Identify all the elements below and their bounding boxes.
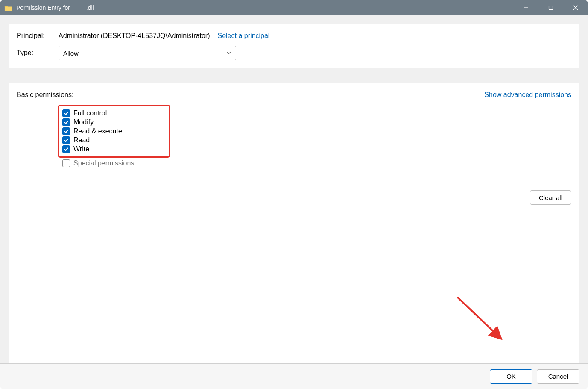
- window-controls: [514, 0, 588, 15]
- checkbox-label: Special permissions: [73, 159, 134, 167]
- checkbox-label: Full control: [73, 109, 107, 117]
- checkbox-empty-icon: [62, 159, 70, 167]
- type-row: Type: Allow: [17, 46, 571, 60]
- type-label: Type:: [17, 49, 59, 57]
- checkbox-modify[interactable]: Modify: [62, 118, 122, 126]
- principal-panel: Principal: Administrator (DESKTOP-4L537J…: [9, 24, 579, 68]
- content-area: Principal: Administrator (DESKTOP-4L537J…: [0, 15, 588, 363]
- select-principal-link[interactable]: Select a principal: [217, 32, 269, 40]
- cancel-button[interactable]: Cancel: [537, 369, 579, 384]
- check-icon: [62, 118, 70, 126]
- checkbox-label: Write: [73, 145, 89, 153]
- checkbox-read-execute[interactable]: Read & execute: [62, 127, 122, 135]
- type-select[interactable]: Allow: [59, 46, 236, 60]
- check-icon: [62, 127, 70, 135]
- title-filename: .dll: [86, 4, 94, 11]
- check-icon: [62, 136, 70, 144]
- clear-all-button[interactable]: Clear all: [530, 190, 571, 205]
- close-button[interactable]: [563, 0, 588, 15]
- maximize-button[interactable]: [538, 0, 563, 15]
- checkbox-label: Read: [73, 136, 90, 144]
- titlebar: Permission Entry for .dll: [0, 0, 588, 15]
- svg-line-4: [457, 297, 500, 338]
- principal-label: Principal:: [17, 32, 59, 40]
- permissions-checkbox-group: Full control Modify Read & execute Read …: [58, 105, 170, 168]
- checkbox-read[interactable]: Read: [62, 136, 122, 144]
- permissions-panel: Basic permissions: Show advanced permiss…: [9, 83, 579, 363]
- chevron-down-icon: [226, 50, 231, 57]
- folder-icon: [4, 5, 12, 11]
- basic-permissions-label: Basic permissions:: [17, 91, 73, 99]
- type-select-value: Allow: [63, 50, 79, 57]
- annotation-highlight-box: Full control Modify Read & execute Read …: [58, 105, 170, 158]
- principal-value: Administrator (DESKTOP-4L537JQ\Administr…: [59, 32, 210, 40]
- title-prefix: Permission Entry for: [16, 4, 70, 11]
- check-icon: [62, 109, 70, 117]
- dialog-footer: OK Cancel: [0, 363, 588, 389]
- svg-rect-1: [549, 6, 553, 10]
- principal-row: Principal: Administrator (DESKTOP-4L537J…: [17, 32, 571, 40]
- show-advanced-permissions-link[interactable]: Show advanced permissions: [484, 91, 571, 99]
- checkbox-label: Read & execute: [73, 127, 122, 135]
- checkbox-label: Modify: [73, 118, 94, 126]
- minimize-button[interactable]: [514, 0, 538, 15]
- annotation-arrow: [453, 293, 509, 344]
- checkbox-full-control[interactable]: Full control: [62, 109, 122, 117]
- ok-button[interactable]: OK: [490, 369, 532, 384]
- checkbox-special-permissions: Special permissions: [62, 159, 170, 167]
- checkbox-write[interactable]: Write: [62, 145, 122, 153]
- check-icon: [62, 145, 70, 153]
- window-title: Permission Entry for .dll: [16, 4, 94, 11]
